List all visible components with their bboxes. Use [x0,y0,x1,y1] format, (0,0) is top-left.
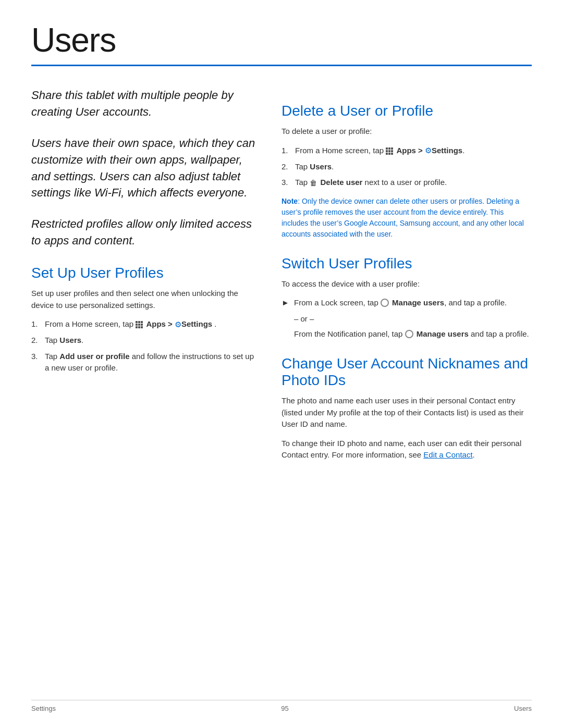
change-para-2-after: . [473,450,475,459]
note-text: : Only the device owner can delete other… [282,197,524,238]
change-section-title: Change User Account Nicknames and Photo … [282,355,532,389]
delete-steps-list: 1. From a Home screen, tap Apps > ⚙Setti… [282,145,532,189]
or-divider: – or – [294,314,532,323]
manage-users-icon-2 [405,330,413,338]
step-num-2: 2. [31,335,42,347]
manage-label-2: Manage users [417,329,469,338]
step-2-text: Tap Users. [45,335,83,347]
add-user-label: Add user or profile [59,352,129,361]
footer-center: 95 [281,705,288,712]
manage-users-icon-1 [381,299,389,307]
change-para-1: The photo and name each user uses in the… [282,395,532,430]
trash-icon: 🗑 [310,178,317,189]
footer: Settings 95 Users [31,700,532,712]
setup-steps-list: 1. From a Home screen, tap Apps > ⚙Setti… [31,318,255,374]
note-label: Note [282,197,298,205]
switch-bullet-2: From the Notification panel, tap Manage … [282,328,532,340]
intro-text-1: Share this tablet with multiple people b… [31,87,255,120]
delete-step-3-text: Tap 🗑 Delete user next to a user or prof… [295,177,447,189]
change-para-2: To change their ID photo and name, each … [282,438,532,461]
title-divider [31,65,532,66]
delete-step-num-1: 1. [282,145,292,157]
delete-step-1-text: From a Home screen, tap Apps > ⚙Settings… [295,145,464,157]
delete-step-1: 1. From a Home screen, tap Apps > ⚙Setti… [282,145,532,157]
left-column: Share this tablet with multiple people b… [31,87,255,468]
switch-section-desc: To access the device with a user profile… [282,278,532,290]
step-num-1: 1. [31,318,42,330]
switch-section-title: Switch User Profiles [282,255,532,272]
settings-gear-icon-2: ⚙ [425,145,432,157]
manage-users-label-1: Manage users [392,298,444,307]
delete-step-2: 2. Tap Users. [282,161,532,173]
setup-step-2: 2. Tap Users. [31,335,255,347]
setup-section-title: Set Up User Profiles [31,265,255,281]
switch-bullet-1: ► From a Lock screen, tap Manage users, … [282,297,532,309]
delete-step-num-3: 3. [282,177,292,189]
apps-icon-2 [386,147,393,155]
delete-note: Note: Only the device owner can delete o… [282,196,532,240]
settings-gear-icon-1: ⚙ [175,319,181,331]
edit-contact-link[interactable]: Edit a Contact [423,450,472,459]
intro-text-2: Users have their own space, which they c… [31,135,255,202]
delete-step-3: 3. Tap 🗑 Delete user next to a user or p… [282,177,532,189]
delete-section-title: Delete a User or Profile [282,103,532,119]
delete-step-num-2: 2. [282,161,292,173]
setup-step-3: 3. Tap Add user or profile and follow th… [31,351,255,374]
step-num-3: 3. [31,351,42,374]
delete-step-2-text: Tap Users. [295,161,334,173]
delete-section-desc: To delete a user or profile: [282,126,532,138]
right-column: Delete a User or Profile To delete a use… [282,87,532,468]
settings-label-1: Settings [181,319,212,328]
footer-right: Users [514,705,532,712]
page-title: Users [31,21,532,59]
setup-step-1: 1. From a Home screen, tap Apps > ⚙Setti… [31,318,255,330]
settings-label-2: Settings [432,146,462,155]
apps-icon-1 [136,321,143,328]
delete-user-label: Delete user [321,178,363,187]
main-content: Share this tablet with multiple people b… [31,87,532,468]
switch-bullet-1-text: From a Lock screen, tap Manage users, an… [294,297,507,309]
change-para-2-before: To change their ID photo and name, each … [282,439,521,460]
apps-label-1: Apps > [146,319,172,328]
step-3-text: Tap Add user or profile and follow the i… [45,351,255,374]
bullet-arrow-1: ► [282,297,290,309]
users-label-2: Users [59,336,81,344]
users-label-3: Users [310,162,332,171]
footer-left: Settings [31,705,56,712]
intro-text-3: Restricted profiles allow only limited a… [31,216,255,249]
apps-label-2: Apps > [396,146,422,155]
step-1-text: From a Home screen, tap Apps > ⚙Settings… [45,318,217,330]
setup-section-desc: Set up user profiles and then select one… [31,288,255,311]
